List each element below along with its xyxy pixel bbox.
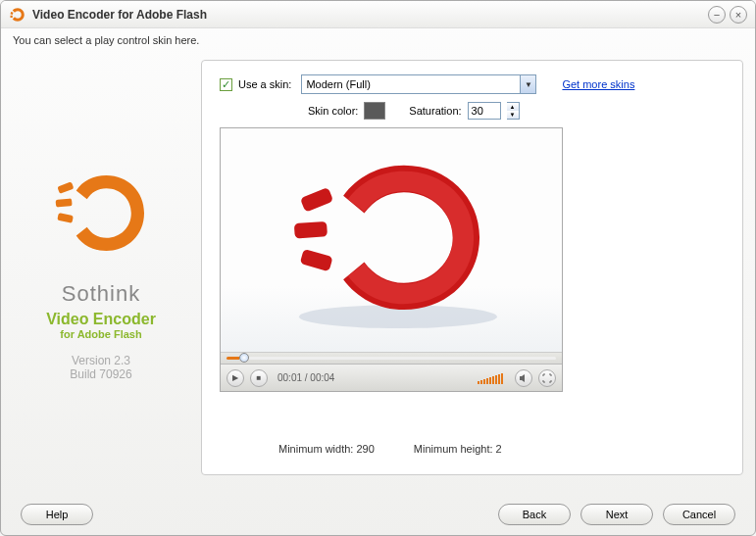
sidebar: Sothink Video Encoder for Adobe Flash Ve… — [13, 60, 189, 475]
saturation-input[interactable] — [468, 102, 501, 120]
skin-select[interactable]: Modern (Full) ▼ — [301, 74, 536, 94]
progress-thumb[interactable] — [239, 353, 249, 363]
footer: Help Back Next Cancel — [1, 504, 755, 525]
stop-button[interactable]: ■ — [250, 369, 268, 387]
brand-subtitle-2: for Adobe Flash — [60, 328, 141, 340]
close-button[interactable]: × — [730, 6, 747, 24]
volume-indicator[interactable] — [478, 372, 503, 384]
back-button[interactable]: Back — [498, 504, 571, 525]
cancel-button[interactable]: Cancel — [663, 504, 735, 525]
mute-button[interactable] — [515, 369, 532, 387]
min-height-info: Minimum height: 2 — [414, 443, 502, 455]
skin-color-picker[interactable] — [364, 102, 385, 120]
brand-logo-icon — [47, 154, 155, 262]
min-width-info: Minimum width: 290 — [278, 443, 375, 455]
play-button[interactable]: ▶ — [227, 369, 244, 387]
svg-rect-5 — [294, 221, 328, 239]
speaker-icon — [519, 373, 529, 383]
app-icon — [9, 6, 26, 24]
skin-select-value: Modern (Full) — [306, 78, 370, 90]
chevron-down-icon: ▼ — [520, 75, 535, 93]
use-skin-checkbox[interactable]: ✓ — [220, 78, 232, 91]
window-title: Video Encoder for Adobe Flash — [32, 8, 704, 22]
help-button[interactable]: Help — [21, 504, 93, 525]
titlebar: Video Encoder for Adobe Flash − × — [1, 1, 755, 28]
brand-name: Sothink — [62, 281, 140, 307]
brand-version: Version 2.3 — [72, 354, 130, 367]
minimize-button[interactable]: − — [708, 6, 726, 24]
hint-text: You can select a play control skin here. — [1, 28, 755, 52]
svg-rect-1 — [56, 198, 73, 207]
main-panel: ✓ Use a skin: Modern (Full) ▼ Get more s… — [201, 60, 743, 475]
preview-area: ▶ ■ 00:01 / 00:04 — [220, 127, 563, 392]
next-button[interactable]: Next — [580, 504, 653, 525]
chevron-up-icon: ▲ — [507, 103, 519, 111]
saturation-spinner[interactable]: ▲▼ — [507, 102, 520, 120]
progress-track — [227, 357, 556, 360]
brand-build: Build 70926 — [70, 367, 131, 381]
check-icon: ✓ — [222, 79, 230, 90]
svg-rect-2 — [57, 213, 74, 223]
player-controls: ▶ ■ 00:01 / 00:04 — [221, 364, 562, 391]
content-area: Sothink Video Encoder for Adobe Flash Ve… — [1, 52, 755, 483]
time-display: 00:01 / 00:04 — [277, 372, 334, 383]
svg-rect-6 — [300, 249, 333, 271]
saturation-label: Saturation: — [409, 105, 461, 117]
info-row: Minimum width: 290 Minimum height: 2 — [220, 443, 725, 455]
progress-bar[interactable] — [221, 352, 562, 364]
svg-rect-0 — [57, 181, 74, 194]
chevron-down-icon: ▼ — [507, 111, 519, 119]
brand-subtitle-1: Video Encoder — [46, 311, 156, 328]
use-skin-label: Use a skin: — [238, 78, 291, 90]
fullscreen-icon — [542, 373, 552, 383]
more-skins-link[interactable]: Get more skins — [562, 78, 634, 90]
fullscreen-button[interactable] — [538, 369, 556, 387]
skin-color-label: Skin color: — [308, 105, 358, 117]
preview-logo-icon — [270, 148, 515, 334]
app-window: Video Encoder for Adobe Flash − × You ca… — [0, 0, 756, 536]
svg-rect-4 — [300, 187, 333, 213]
